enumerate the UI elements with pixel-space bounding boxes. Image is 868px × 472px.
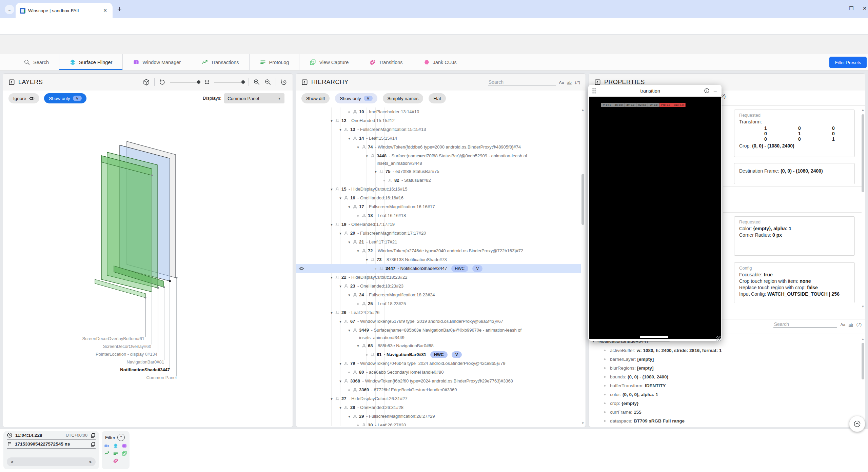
tab-window-manager[interactable]: Window Manager — [122, 54, 191, 70]
collapse-panel-icon[interactable] — [301, 79, 308, 85]
expand-arrow-icon[interactable]: ▾ — [354, 341, 362, 350]
resize-handle-icon[interactable] — [716, 336, 721, 341]
pin-icon[interactable] — [362, 341, 368, 348]
minimize-overlay-icon[interactable]: _ — [714, 86, 718, 95]
displays-select[interactable]: Common Panel▼ — [224, 93, 284, 103]
chip-show-only[interactable]: Show onlyV — [335, 93, 377, 103]
hierarchy-row-10[interactable]: 10 - ImePlaceholder:13:14#10 — [296, 107, 581, 116]
pin-icon[interactable] — [362, 421, 368, 426]
pin-icon[interactable] — [353, 134, 359, 140]
expand-arrow-icon[interactable]: ▾ — [346, 134, 353, 143]
hierarchy-row-23[interactable]: ▾23 - OneHanded:18:23#23 — [296, 282, 581, 291]
hierarchy-row-21[interactable]: ▾21 - Leaf:17:17#21 — [296, 238, 581, 247]
property-blurRegions[interactable]: blurRegions:[empty] — [589, 363, 860, 372]
hierarchy-row-16[interactable]: ▾16 - OneHanded:16:16#16 — [296, 194, 581, 202]
hierarchy-row-15[interactable]: ▾15 - HideDisplayCutout:16:16#15 — [296, 185, 581, 194]
expand-arrow-icon[interactable]: ▾ — [328, 116, 335, 125]
hierarchy-row-14[interactable]: ▾14 - Leaf:15:15#14 — [296, 134, 581, 143]
pin-icon[interactable] — [344, 229, 350, 235]
match-word-toggle[interactable]: ab — [849, 322, 853, 327]
expand-arrow-icon[interactable]: ▾ — [346, 202, 353, 211]
expand-arrow-icon[interactable]: ▾ — [354, 143, 362, 152]
chip-flat[interactable]: Flat — [429, 93, 446, 103]
pin-icon[interactable] — [362, 299, 368, 306]
spacing-slider[interactable] — [214, 82, 244, 82]
expand-arrow-icon[interactable]: ▾ — [372, 167, 379, 176]
hierarchy-scrollbar[interactable]: ▲ ▼ — [581, 108, 585, 425]
pin-icon[interactable] — [353, 368, 359, 374]
zoom-out-icon[interactable] — [264, 79, 271, 85]
reset-camera-icon[interactable] — [280, 79, 287, 85]
hierarchy-row-74[interactable]: ▾74 - WindowToken{fdddbe6 type=2000 andr… — [296, 143, 581, 152]
property-barrierLayer[interactable]: barrierLayer:[empty] — [589, 355, 860, 363]
pin-icon[interactable] — [344, 317, 350, 323]
pin-icon[interactable] — [344, 282, 350, 288]
pin-icon[interactable] — [335, 308, 341, 315]
expand-arrow-icon[interactable]: ▾ — [354, 247, 362, 255]
expand-arrow-icon[interactable]: ▾ — [328, 308, 335, 317]
view-3d-cube-icon[interactable] — [143, 79, 150, 86]
hierarchy-row-73[interactable]: ▾73 - 8736138 NotificationShade#73 — [296, 255, 581, 264]
hierarchy-row-30[interactable]: 30 - Leaf:26:27#30 — [296, 421, 581, 426]
collapse-filter-icon[interactable]: ⌃ — [117, 434, 125, 441]
pin-icon[interactable] — [362, 143, 368, 149]
expand-arrow-icon[interactable]: ▾ — [346, 291, 353, 299]
window-restore-icon[interactable]: ❐ — [849, 5, 853, 12]
ns-time-row[interactable]: 1715339054227572545 ns — [7, 440, 96, 449]
pin-icon[interactable] — [335, 394, 341, 401]
rotation-slider[interactable] — [170, 82, 200, 82]
hierarchy-row-3449[interactable]: ▾3449 - Surface(name=885b63e NavigationB… — [296, 326, 581, 341]
tab-view-capture[interactable]: View Capture — [299, 54, 359, 70]
hierarchy-row-20[interactable]: ▾20 - FullscreenMagnification:17:17#20 — [296, 229, 581, 238]
properties-scrollbar[interactable]: ▲ ▼ — [861, 108, 865, 308]
copy-time-icon[interactable] — [90, 433, 96, 438]
expand-arrow-icon[interactable]: ▾ — [328, 220, 335, 229]
expand-arrow-icon[interactable]: ▾ — [337, 317, 344, 326]
property-bufferTransform[interactable]: bufferTransform:IDENTITY — [589, 381, 860, 390]
pin-icon[interactable] — [344, 194, 350, 200]
pin-icon[interactable] — [353, 412, 359, 418]
next-frame-button[interactable]: > — [89, 459, 92, 465]
expand-arrow-icon[interactable]: ▾ — [337, 229, 344, 238]
expand-arrow-icon[interactable]: ▾ — [337, 125, 344, 134]
drag-handle-icon[interactable] — [592, 87, 596, 94]
expand-arrow-icon[interactable]: ▾ — [328, 185, 335, 194]
expand-arrow-icon[interactable]: ▾ — [337, 282, 344, 291]
match-case-toggle[interactable]: Aa — [841, 322, 845, 327]
tab-protolog[interactable]: ProtoLog — [249, 54, 299, 70]
ignore-chip[interactable]: Ignore — [8, 93, 39, 103]
expand-arrow-icon[interactable]: ▾ — [328, 394, 335, 403]
expand-arrow-icon[interactable]: ▾ — [346, 238, 353, 247]
match-case-toggle[interactable]: Aa — [559, 80, 564, 84]
transition-overlay-window[interactable]: transition _ P: 0 / 1dX: 0.0dY: 0.0Xv: 0… — [588, 85, 722, 341]
property-dataspace[interactable]: dataspace:BT709 sRGB Full range — [589, 416, 860, 425]
property-activeBuffer[interactable]: activeBuffer:w: 1080, h: 2400, stride: 2… — [589, 346, 860, 355]
regex-toggle[interactable]: (.*) — [856, 322, 862, 327]
new-tab-button[interactable]: + — [117, 5, 122, 13]
hierarchy-row-27[interactable]: ▾27 - HideDisplayCutout:26:31#27 — [296, 394, 581, 403]
pin-icon[interactable] — [335, 273, 341, 279]
hierarchy-row-79[interactable]: ▾79 - WindowToken{7046b4a type=2024 andr… — [296, 359, 581, 368]
human-time-row[interactable]: 11:04:14.228 UTC+00:00 — [7, 431, 96, 440]
pin-icon[interactable] — [362, 247, 368, 253]
layers-icon[interactable] — [113, 443, 118, 449]
hierarchy-search-input[interactable] — [488, 79, 556, 85]
hierarchy-row-68[interactable]: ▾68 - 885b63e NavigationBar0#68 — [296, 341, 581, 350]
window-minimize-icon[interactable]: — — [833, 5, 839, 11]
property-bounds[interactable]: bounds:(0, 0) - (1080, 2400) — [589, 372, 860, 381]
pin-icon[interactable] — [344, 359, 350, 366]
pin-icon[interactable] — [379, 264, 386, 271]
properties-search-input[interactable] — [773, 321, 837, 328]
pin-icon[interactable] — [353, 326, 359, 332]
pin-icon[interactable] — [335, 116, 341, 123]
expand-arrow-icon[interactable]: ▾ — [328, 273, 335, 282]
expand-arrow-icon[interactable]: ▾ — [337, 377, 344, 386]
pin-icon[interactable] — [344, 403, 350, 410]
hierarchy-row-3369[interactable]: 3369 - 67726bf EdgeBackGestureHandler0#3… — [296, 386, 581, 394]
tab-transactions[interactable]: Transactions — [191, 54, 249, 70]
pin-icon[interactable] — [353, 386, 359, 392]
show-only-chip[interactable]: Show onlyV — [44, 93, 86, 103]
hierarchy-row-24[interactable]: ▾24 - FullscreenMagnification:18:23#24 — [296, 291, 581, 299]
info-icon[interactable] — [704, 88, 710, 94]
expand-arrow-icon[interactable]: ▾ — [346, 326, 353, 335]
